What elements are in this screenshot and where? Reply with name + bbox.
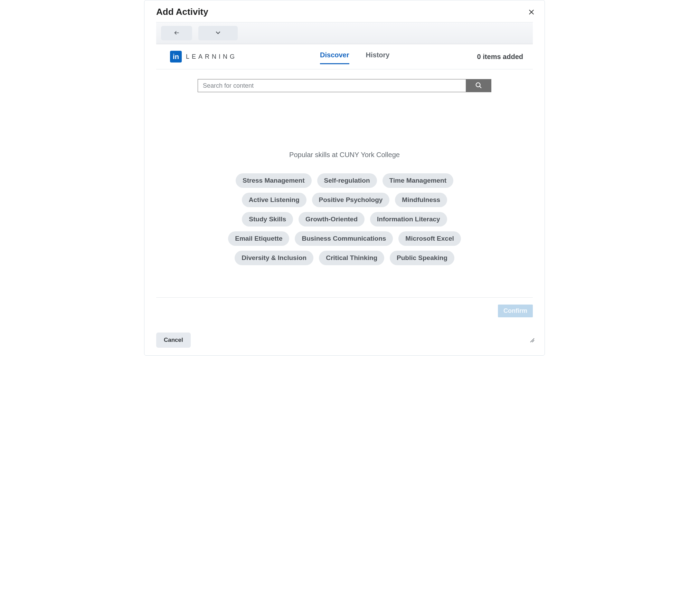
skill-chip[interactable]: Microsoft Excel: [398, 231, 461, 246]
arrow-left-icon: [173, 29, 180, 37]
skill-chip[interactable]: Diversity & Inclusion: [235, 251, 313, 265]
content-area: Popular skills at CUNY York College Stre…: [144, 99, 545, 287]
modal-title: Add Activity: [156, 7, 208, 17]
skill-chip[interactable]: Public Speaking: [390, 251, 454, 265]
tab-history[interactable]: History: [366, 51, 390, 64]
provider-tabs: Discover History: [320, 49, 389, 64]
skill-chip[interactable]: Positive Psychology: [312, 193, 390, 207]
search-icon: [475, 81, 482, 90]
chevron-down-icon: [215, 29, 221, 37]
modal-header: Add Activity: [144, 0, 545, 22]
modal-toolbar: [156, 22, 533, 44]
search-button[interactable]: [466, 79, 491, 92]
skill-chip[interactable]: Email Etiquette: [228, 231, 289, 246]
svg-line-3: [480, 86, 481, 87]
brand-text: LEARNING: [186, 53, 237, 60]
add-activity-modal: Add Activity in LEARNING Discover Histor…: [144, 0, 545, 356]
linkedin-learning-brand: in LEARNING: [170, 51, 237, 62]
skill-chip[interactable]: Study Skills: [242, 212, 293, 227]
skill-chip[interactable]: Time Management: [383, 173, 453, 188]
provider-header: in LEARNING Discover History 0 items add…: [156, 44, 533, 69]
skill-chip[interactable]: Active Listening: [242, 193, 306, 207]
linkedin-in-icon: in: [170, 51, 182, 62]
skill-chip[interactable]: Stress Management: [236, 173, 312, 188]
skill-chip[interactable]: Critical Thinking: [319, 251, 384, 265]
search-input[interactable]: [198, 79, 466, 92]
skill-chip[interactable]: Growth-Oriented: [299, 212, 365, 227]
skill-chip[interactable]: Information Literacy: [370, 212, 447, 227]
skill-chip[interactable]: Mindfulness: [395, 193, 447, 207]
back-button[interactable]: [161, 26, 192, 40]
modal-footer: Cancel: [144, 317, 545, 355]
resize-handle-icon[interactable]: [528, 336, 535, 344]
close-icon[interactable]: [528, 9, 535, 16]
tab-discover[interactable]: Discover: [320, 51, 349, 64]
svg-line-5: [532, 340, 534, 342]
skill-chip-list: Stress ManagementSelf-regulationTime Man…: [220, 173, 469, 265]
svg-line-4: [531, 339, 534, 342]
search-row: [144, 69, 545, 99]
expand-button[interactable]: [198, 26, 238, 40]
skill-chip[interactable]: Business Communications: [295, 231, 393, 246]
items-added-count: 0 items added: [477, 53, 523, 61]
skill-chip[interactable]: Self-regulation: [317, 173, 377, 188]
cancel-button[interactable]: Cancel: [156, 333, 191, 348]
confirm-row: Confirm: [156, 297, 533, 317]
confirm-button[interactable]: Confirm: [498, 305, 533, 317]
search-wrap: [198, 79, 491, 92]
popular-skills-title: Popular skills at CUNY York College: [289, 151, 400, 159]
